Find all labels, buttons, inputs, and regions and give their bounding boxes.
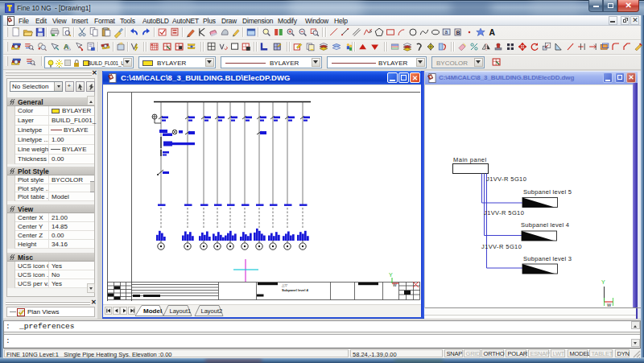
svg-text:Subpanel level 4: Subpanel level 4 xyxy=(282,288,308,292)
svg-text:a: a xyxy=(445,29,448,35)
svg-text:Model: Model xyxy=(143,307,162,315)
svg-text:Subpanel level 3: Subpanel level 3 xyxy=(523,254,572,262)
svg-text:A: A xyxy=(489,28,495,37)
svg-text:Layout1: Layout1 xyxy=(170,307,192,315)
svg-text:J1VV-R 5G10: J1VV-R 5G10 xyxy=(486,175,526,183)
svg-text:Subpanel level 5: Subpanel level 5 xyxy=(523,188,572,195)
svg-text:J1VV-R 5G10: J1VV-R 5G10 xyxy=(484,209,524,217)
svg-text:△▽: △▽ xyxy=(282,283,287,287)
svg-text:W: W xyxy=(607,303,612,307)
svg-text:Y: Y xyxy=(601,279,605,285)
svg-text:B: B xyxy=(456,29,460,36)
svg-text:W: W xyxy=(393,283,397,287)
svg-text:Layout2: Layout2 xyxy=(201,307,223,315)
svg-text:Main panel: Main panel xyxy=(453,156,487,163)
svg-text:J1VV-R 5G10: J1VV-R 5G10 xyxy=(481,243,522,250)
svg-text:Subpanel level 4: Subpanel level 4 xyxy=(521,221,569,229)
svg-text:Y: Y xyxy=(389,272,393,278)
